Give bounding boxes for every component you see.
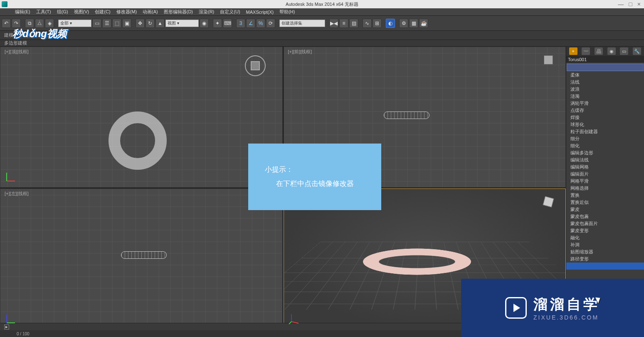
menu-create[interactable]: 创建(C) bbox=[92, 8, 113, 15]
modifier-item[interactable]: 细分 bbox=[566, 135, 644, 142]
modifier-item[interactable]: 贴图缩放器 bbox=[566, 248, 644, 255]
tab-display-icon[interactable]: ▭ bbox=[620, 47, 628, 55]
modifier-item[interactable]: 球形化 bbox=[566, 121, 644, 128]
move-button[interactable]: ✥ bbox=[136, 19, 145, 28]
schematic-button[interactable]: ⊞ bbox=[373, 19, 382, 28]
curve-editor-button[interactable]: ∿ bbox=[363, 19, 372, 28]
modifier-item[interactable]: 细化 bbox=[566, 142, 644, 149]
material-editor-button[interactable]: ◐ bbox=[386, 19, 395, 28]
close-button[interactable]: × bbox=[637, 1, 641, 7]
window-crossing-button[interactable]: ▣ bbox=[122, 19, 131, 28]
pivot-button[interactable]: ◉ bbox=[200, 19, 209, 28]
hint-body: 在下栏中点击镜像修改器 bbox=[276, 177, 354, 191]
modifier-item[interactable]: 焊接 bbox=[566, 114, 644, 121]
menu-view[interactable]: 视图(V) bbox=[72, 8, 92, 15]
menu-maxscript[interactable]: MAXScript(X) bbox=[244, 9, 276, 15]
manipulate-button[interactable]: ✦ bbox=[213, 19, 222, 28]
command-panel-tabs: ✦ 〰 品 ◉ ▭ 🔧 bbox=[566, 47, 644, 56]
tab-motion-icon[interactable]: ◉ bbox=[607, 47, 616, 55]
scale-button[interactable]: ▲ bbox=[155, 19, 165, 28]
modifier-item[interactable]: 蒙皮包裹 bbox=[566, 213, 644, 220]
axis-gizmo bbox=[288, 312, 301, 325]
modifier-item[interactable]: 编辑网格 bbox=[566, 164, 644, 171]
percent-snap-button[interactable]: % bbox=[256, 19, 265, 28]
select-region-button[interactable]: ⬚ bbox=[112, 19, 121, 28]
window-controls: — □ × bbox=[618, 1, 644, 7]
modifier-item[interactable]: 编辑多边形 bbox=[566, 149, 644, 156]
torus-shaded bbox=[363, 230, 471, 293]
menu-animation[interactable]: 动画(A) bbox=[140, 8, 160, 15]
viewport-top[interactable]: [+][顶][线框] bbox=[0, 47, 283, 188]
modifier-item[interactable] bbox=[566, 263, 644, 270]
render-button[interactable]: ☕ bbox=[419, 19, 428, 28]
modifier-item[interactable]: 网格选择 bbox=[566, 185, 644, 192]
viewcube-perspective[interactable] bbox=[540, 193, 557, 211]
menu-modifiers[interactable]: 修改器(M) bbox=[114, 8, 140, 15]
viewcube-top[interactable] bbox=[245, 55, 266, 76]
ref-coord-dropdown[interactable]: 视图 ▾ bbox=[165, 20, 199, 27]
undo-button[interactable]: ↶ bbox=[2, 19, 11, 28]
minimize-button[interactable]: — bbox=[618, 1, 624, 7]
modifier-item[interactable]: 点缓存 bbox=[566, 107, 644, 114]
spinner-snap-button[interactable]: ⟳ bbox=[266, 19, 275, 28]
modifier-item[interactable]: 编辑面片 bbox=[566, 171, 644, 178]
menu-graph-editors[interactable]: 图形编辑器(D) bbox=[161, 8, 195, 15]
title-bar: Autodesk 3ds Max 2014 x64 无标题 — □ × bbox=[0, 0, 644, 8]
menu-help[interactable]: 帮助(H) bbox=[277, 8, 297, 15]
viewport-label-top[interactable]: [+][顶][线框] bbox=[5, 49, 29, 55]
menu-group[interactable]: 组(G) bbox=[54, 8, 71, 15]
ribbon-tabs: 建模 制 填充 bbox=[0, 31, 644, 40]
time-slider-label: 0 / 100 bbox=[17, 332, 30, 336]
keyboard-button[interactable]: ⌨ bbox=[223, 19, 232, 28]
modifier-item[interactable]: 柔体 bbox=[566, 72, 644, 79]
modifier-item[interactable]: 编辑法线 bbox=[566, 156, 644, 164]
modifier-dropdown[interactable] bbox=[567, 64, 644, 71]
modifier-item[interactable]: 法线 bbox=[566, 79, 644, 86]
render-frame-button[interactable]: ▦ bbox=[409, 19, 418, 28]
rotate-button[interactable]: ↻ bbox=[146, 19, 155, 28]
viewcube-front[interactable] bbox=[540, 51, 557, 69]
angle-snap-button[interactable]: ∠ bbox=[246, 19, 255, 28]
render-setup-button[interactable]: ⚙ bbox=[399, 19, 408, 28]
modifier-item[interactable]: 蒙皮包裹面片 bbox=[566, 220, 644, 227]
tab-hierarchy-icon[interactable]: 品 bbox=[595, 47, 603, 55]
modifier-item[interactable]: 置换 bbox=[566, 192, 644, 199]
modifier-item[interactable]: 涡轮平滑 bbox=[566, 100, 644, 107]
menu-tools[interactable]: 工具(T) bbox=[34, 8, 54, 15]
tab-utilities-icon[interactable]: 🔧 bbox=[633, 47, 641, 55]
tab-modify-icon[interactable]: 〰 bbox=[582, 47, 590, 55]
ribbon-tab-modeling[interactable]: 建模 bbox=[4, 32, 13, 38]
viewport-label-left[interactable]: [+][左][线框] bbox=[5, 191, 29, 197]
modifier-item[interactable]: 蒙皮变形 bbox=[566, 227, 644, 234]
torus-wireframe-left bbox=[121, 251, 167, 259]
modifier-item[interactable]: 涟漪 bbox=[566, 93, 644, 100]
named-selection-dropdown[interactable]: 创建选择集 bbox=[279, 20, 325, 27]
mouse-cursor-icon bbox=[597, 296, 602, 304]
modifier-item[interactable]: 粒子面创建器 bbox=[566, 128, 644, 135]
menu-customize[interactable]: 自定义(U) bbox=[217, 8, 242, 15]
modifier-item[interactable]: 路径变形 bbox=[566, 255, 644, 263]
modifier-item[interactable]: 置换近似 bbox=[566, 199, 644, 206]
modifier-item[interactable]: 融化 bbox=[566, 234, 644, 241]
menu-render[interactable]: 渲染(R) bbox=[196, 8, 217, 15]
modifier-item[interactable]: 波浪 bbox=[566, 86, 644, 93]
snap-toggle-button[interactable]: 3 bbox=[236, 19, 245, 28]
align-button[interactable]: ≡ bbox=[339, 19, 348, 28]
viewport-left[interactable]: [+][左][线框] bbox=[0, 188, 283, 330]
modifier-item[interactable]: 网格平滑 bbox=[566, 178, 644, 185]
mirror-button[interactable]: ▶◀ bbox=[329, 19, 338, 28]
tab-create-icon[interactable]: ✦ bbox=[569, 47, 577, 55]
viewport-label-front[interactable]: [+][前][线框] bbox=[288, 49, 312, 55]
viewport-grid bbox=[0, 189, 282, 329]
select-name-button[interactable]: ☰ bbox=[102, 19, 111, 28]
svg-line-6 bbox=[291, 322, 299, 323]
object-name-field[interactable]: Torus001 bbox=[566, 56, 644, 63]
modifier-item[interactable]: 蒙皮 bbox=[566, 206, 644, 213]
play-selection-button[interactable]: ▸ bbox=[4, 325, 9, 330]
menu-edit[interactable]: 编辑(E) bbox=[12, 8, 33, 15]
modifier-item[interactable] bbox=[566, 270, 644, 277]
axis-gizmo bbox=[5, 312, 17, 325]
layer-button[interactable]: ▤ bbox=[349, 19, 358, 28]
maximize-button[interactable]: □ bbox=[629, 1, 632, 7]
modifier-item[interactable]: 补洞 bbox=[566, 241, 644, 248]
